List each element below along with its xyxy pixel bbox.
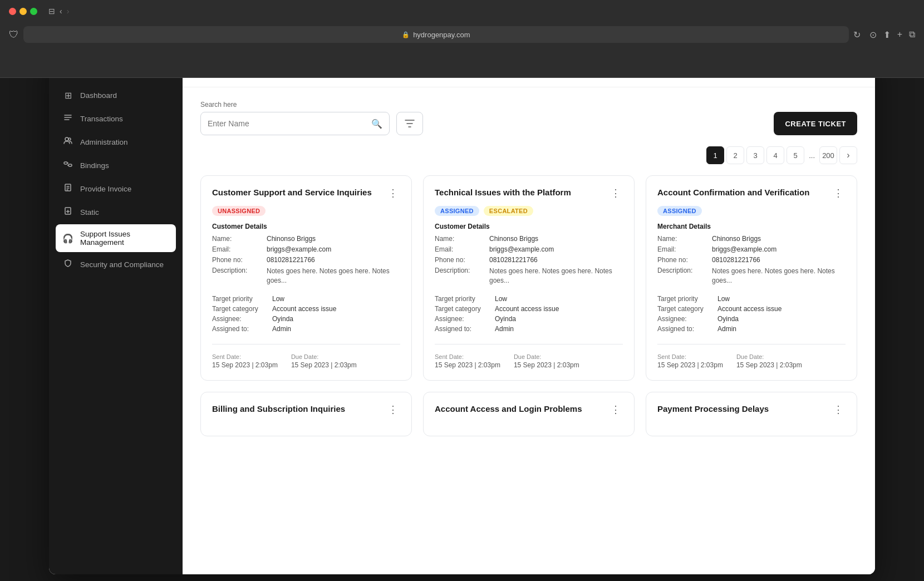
cards-grid: Customer Support and Service Inquiries ⋮… — [200, 175, 857, 436]
static-icon — [62, 206, 73, 218]
card-menu-button-5[interactable]: ⋮ — [608, 403, 623, 416]
ticket-card-2: Technical Issues with the Platform ⋮ ASS… — [423, 175, 635, 381]
card-menu-button-2[interactable]: ⋮ — [608, 187, 623, 199]
svg-rect-3 — [68, 164, 72, 166]
email-label-2: Email: — [435, 245, 485, 253]
name-value-1: Chinonso Briggs — [267, 235, 400, 243]
due-date-label-3: Due Date: — [736, 353, 802, 360]
badge-assigned-3: ASSIGNED — [657, 206, 702, 216]
sent-date-value-2: 15 Sep 2023 | 2:03pm — [435, 361, 500, 369]
email-value-1: briggs@example.com — [267, 245, 400, 253]
desc-value-1: Notes goes here. Notes goes here. Notes … — [267, 267, 400, 285]
phone-label-3: Phone no: — [657, 256, 707, 264]
assigned-to-label-3: Assigned to: — [657, 325, 713, 333]
back-btn[interactable]: ‹ — [60, 7, 62, 16]
page-2-button[interactable]: 2 — [726, 146, 744, 164]
administration-icon — [62, 136, 73, 147]
help-btn[interactable]: ⊙ — [869, 29, 877, 40]
due-date-label-2: Due Date: — [514, 353, 579, 360]
url-text: hydrogenpay.com — [413, 31, 470, 39]
tabs-btn[interactable]: ⧉ — [909, 29, 915, 40]
sidebar-item-transactions[interactable]: Transactions — [56, 107, 176, 130]
assignee-value-1: Oyinda — [272, 315, 293, 323]
create-ticket-button[interactable]: CREATE TICKET — [774, 112, 857, 135]
transactions-icon — [62, 113, 73, 124]
assignee-value-3: Oyinda — [717, 315, 739, 323]
minimize-button[interactable] — [19, 8, 27, 15]
sidebar-item-administration[interactable]: Administration — [56, 131, 176, 153]
category-label-1: Target category — [212, 305, 268, 313]
desc-label-3: Description: — [657, 267, 707, 274]
card-menu-button-4[interactable]: ⋮ — [386, 403, 400, 416]
desc-value-2: Notes goes here. Notes goes here. Notes … — [489, 267, 623, 285]
search-icon: 🔍 — [371, 119, 382, 129]
page-3-button[interactable]: 3 — [746, 146, 764, 164]
section-title-1: Customer Details — [212, 223, 400, 230]
address-bar[interactable]: 🔒 hydrogenpay.com — [23, 26, 849, 43]
share-btn[interactable]: ⬆ — [883, 29, 891, 40]
sidebar-item-security[interactable]: Security and Compliance — [56, 253, 176, 275]
sidebar-item-support-issues[interactable]: 🎧 Support Issues Management — [56, 224, 176, 252]
assigned-to-value-2: Admin — [495, 325, 514, 333]
search-container: 🔍 — [200, 112, 390, 135]
sidebar-item-transactions-label: Transactions — [80, 115, 123, 123]
shield-icon[interactable]: 🛡 — [9, 29, 19, 41]
sidebar-item-security-label: Security and Compliance — [80, 260, 164, 269]
assignee-label-3: Assignee: — [657, 315, 713, 323]
category-value-1: Account access issue — [272, 305, 336, 313]
phone-value-1: 0810281221766 — [267, 256, 400, 264]
sidebar-item-administration-label: Administration — [80, 138, 128, 146]
name-label-3: Name: — [657, 235, 707, 243]
card-menu-button-1[interactable]: ⋮ — [386, 187, 400, 199]
badge-escalated-2: ESCALATED — [484, 206, 533, 216]
card-title-2: Technical Issues with the Platform — [435, 187, 608, 198]
sidebar-toggle-btn[interactable]: ⊟ — [48, 7, 55, 16]
card-title-3: Account Confirmation and Verification — [657, 187, 831, 198]
name-value-3: Chinonso Briggs — [712, 235, 846, 243]
svg-point-1 — [68, 138, 71, 140]
bindings-icon — [62, 160, 73, 171]
sent-date-label-1: Sent Date: — [212, 353, 278, 360]
maximize-button[interactable] — [30, 8, 37, 15]
page-1-button[interactable]: 1 — [706, 146, 724, 164]
page-4-button[interactable]: 4 — [766, 146, 784, 164]
ticket-card-4: Billing and Subscription Inquiries ⋮ — [200, 392, 412, 436]
card-title-6: Payment Processing Delays — [657, 403, 831, 415]
page-200-button[interactable]: 200 — [819, 146, 837, 164]
assigned-to-value-1: Admin — [272, 325, 291, 333]
search-input[interactable] — [208, 119, 371, 128]
assigned-to-label-1: Assigned to: — [212, 325, 268, 333]
priority-label-3: Target priority — [657, 295, 713, 303]
name-value-2: Chinonso Briggs — [489, 235, 623, 243]
phone-label-1: Phone no: — [212, 256, 262, 264]
sidebar: H HYDROGEN ⊞ Dashboard Transactions Admi… — [49, 45, 183, 574]
svg-rect-2 — [64, 162, 67, 164]
phone-value-2: 0810281221766 — [489, 256, 623, 264]
filter-button[interactable] — [396, 112, 423, 135]
forward-btn[interactable]: › — [67, 7, 70, 16]
priority-label-1: Target priority — [212, 295, 268, 303]
page-5-button[interactable]: 5 — [787, 146, 804, 164]
svg-point-0 — [65, 137, 68, 141]
reload-btn[interactable]: ↻ — [853, 29, 861, 40]
ticket-card-3: Account Confirmation and Verification ⋮ … — [646, 175, 857, 381]
assignee-value-2: Oyinda — [495, 315, 516, 323]
sidebar-item-dashboard[interactable]: ⊞ Dashboard — [56, 85, 176, 106]
desc-value-3: Notes goes here. Notes goes here. Notes … — [712, 267, 846, 285]
sent-date-label-3: Sent Date: — [657, 353, 723, 360]
ticket-card-5: Account Access and Login Problems ⋮ — [423, 392, 635, 436]
email-label-1: Email: — [212, 245, 262, 253]
close-button[interactable] — [9, 8, 16, 15]
sidebar-item-provide-invoice[interactable]: Provide Invoice — [56, 178, 176, 200]
sidebar-item-static-label: Static — [80, 208, 99, 216]
page-ellipsis: ... — [807, 151, 817, 160]
sidebar-item-static[interactable]: Static — [56, 201, 176, 223]
sidebar-item-bindings[interactable]: Bindings — [56, 154, 176, 176]
page-next-button[interactable]: › — [839, 146, 857, 164]
new-tab-btn[interactable]: + — [897, 29, 902, 40]
badge-unassigned-1: UNASSIGNED — [212, 206, 266, 216]
sidebar-item-bindings-label: Bindings — [80, 161, 109, 170]
card-menu-button-6[interactable]: ⋮ — [831, 403, 846, 416]
card-menu-button-3[interactable]: ⋮ — [831, 187, 846, 199]
priority-value-2: Low — [495, 295, 507, 303]
